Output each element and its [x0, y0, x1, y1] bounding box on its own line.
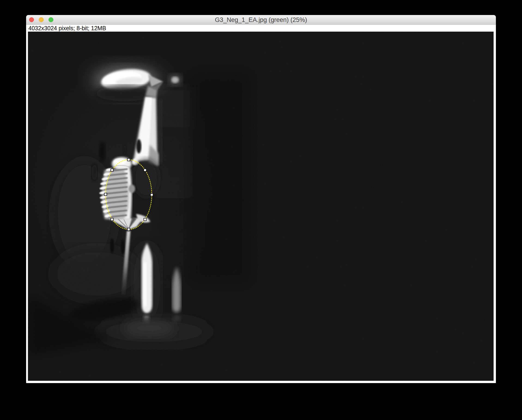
title-bar[interactable]: G3_Neg_1_EA.jpg (green) (25%) — [26, 15, 496, 25]
roi-handle-se[interactable] — [144, 218, 146, 221]
roi-handle-e[interactable] — [151, 194, 153, 196]
roi-handle-w[interactable] — [104, 193, 107, 196]
imagej-image-window: G3_Neg_1_EA.jpg (green) (25%) 4032x3024 … — [26, 15, 496, 383]
photo-grain-overlay — [28, 32, 494, 381]
roi-handle-s[interactable] — [128, 228, 130, 231]
photo — [28, 32, 494, 381]
roi-handle-sw[interactable] — [111, 218, 113, 221]
roi-handle-ne[interactable] — [144, 169, 146, 172]
roi-handle-nw[interactable] — [111, 169, 113, 172]
window-title: G3_Neg_1_EA.jpg (green) (25%) — [26, 15, 496, 24]
status-bar: 4032x3024 pixels; 8-bit; 12MB — [26, 25, 496, 32]
desktop: G3_Neg_1_EA.jpg (green) (25%) 4032x3024 … — [0, 0, 522, 420]
image-canvas[interactable] — [28, 32, 494, 381]
roi-handle-n[interactable] — [128, 158, 130, 161]
